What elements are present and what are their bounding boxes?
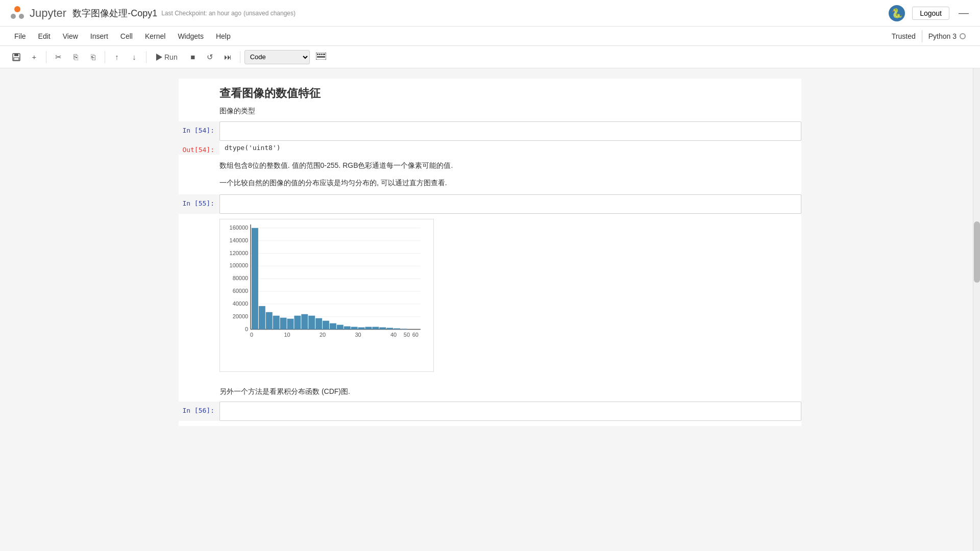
menu-item-cell[interactable]: Cell: [114, 29, 139, 43]
cut-button[interactable]: ✂: [51, 49, 66, 65]
toolbar-separator-4: [240, 51, 240, 63]
svg-text:0: 0: [245, 326, 248, 332]
logout-button[interactable]: Logout: [912, 7, 949, 20]
paste-button[interactable]: ⎗: [85, 49, 101, 65]
scrollbar[interactable]: [973, 68, 980, 551]
add-icon: +: [32, 53, 37, 61]
move-down-button[interactable]: ↓: [127, 49, 142, 65]
svg-text:120000: 120000: [230, 250, 248, 256]
svg-text:0: 0: [250, 332, 253, 338]
cell-56-label: In [56]:: [179, 402, 219, 414]
svg-text:20000: 20000: [233, 313, 248, 319]
bar-15: [358, 328, 365, 330]
histogram-container: 160000 140000 120000 100000 80000 60000 …: [179, 214, 801, 382]
svg-text:50: 50: [404, 332, 410, 338]
section-subheading: 图像的类型: [219, 105, 791, 116]
bar-18: [379, 328, 386, 330]
jupyter-text: Jupyter: [30, 7, 66, 20]
text-block-1-section: 数组包含8位的整数值. 值的范围0-255. RGB色彩通道每一个像素可能的值.…: [179, 155, 801, 194]
add-cell-button[interactable]: +: [27, 49, 42, 65]
minimize-button[interactable]: —: [955, 6, 972, 20]
svg-text:60000: 60000: [233, 288, 248, 294]
stop-button[interactable]: ■: [185, 49, 201, 65]
menu-right: Trusted Python 3: [886, 30, 972, 42]
cut-icon: ✂: [55, 53, 62, 62]
bar-4: [280, 318, 287, 330]
svg-text:30: 30: [355, 332, 361, 338]
menu-item-edit[interactable]: Edit: [32, 29, 57, 43]
move-up-button[interactable]: ↑: [109, 49, 125, 65]
cell-55-input[interactable]: [219, 194, 801, 214]
menu-item-help[interactable]: Help: [210, 29, 237, 43]
cell-type-select[interactable]: Code Markdown Raw NBConvert: [244, 50, 310, 64]
bottom-text: 另外一个方法是看累积分布函数 (CDF)图.: [179, 382, 801, 402]
scrollbar-thumb[interactable]: [974, 221, 980, 283]
toolbar-separator-1: [46, 51, 46, 63]
svg-rect-11: [319, 54, 321, 55]
copy-button[interactable]: ⎘: [68, 49, 83, 65]
markdown-cell-heading: 查看图像的数值特征 图像的类型: [179, 79, 801, 121]
toolbar: + ✂ ⎘ ⎗ ↑ ↓ Run ■ ↺ ⏭ Code Markdown Raw …: [0, 46, 980, 68]
cell-56-section: In [56]:: [179, 402, 801, 426]
bar-8: [308, 316, 315, 330]
svg-rect-12: [321, 54, 323, 55]
menu-item-file[interactable]: File: [8, 29, 32, 43]
svg-text:60: 60: [412, 332, 419, 338]
cell-56-input[interactable]: [219, 402, 801, 421]
restart-icon: ↺: [207, 53, 213, 62]
bar-5: [287, 319, 294, 330]
notebook-title[interactable]: 数字图像处理-Copy1: [72, 7, 157, 19]
bar-9: [315, 318, 322, 330]
bar-17: [372, 327, 379, 330]
stop-icon: ■: [190, 53, 195, 61]
svg-point-0: [14, 6, 20, 12]
bar-2: [266, 312, 273, 330]
menu-item-kernel[interactable]: Kernel: [139, 29, 172, 43]
main-content: 查看图像的数值特征 图像的类型 In [54]: Out[54]: dtype(…: [0, 68, 980, 551]
save-button[interactable]: [8, 49, 24, 65]
svg-text:80000: 80000: [233, 275, 248, 281]
kernel-status-circle: [960, 33, 966, 39]
kernel-info: Python 3: [922, 30, 972, 42]
svg-text:40: 40: [390, 332, 397, 338]
bar-1: [259, 306, 265, 330]
svg-text:10: 10: [284, 332, 290, 338]
jupyter-logo: Jupyter: [8, 4, 66, 22]
bar-12: [337, 325, 344, 330]
cell-54-out-label: Out[54]:: [179, 141, 219, 154]
svg-rect-14: [317, 56, 325, 58]
menu-item-insert[interactable]: Insert: [84, 29, 114, 43]
svg-text:20: 20: [320, 332, 326, 338]
section-heading: 查看图像的数值特征: [219, 86, 791, 101]
svg-text:40000: 40000: [233, 300, 248, 307]
restart-button[interactable]: ↺: [203, 49, 218, 65]
text3: 另外一个方法是看累积分布函数 (CDF)图.: [219, 387, 791, 396]
svg-marker-8: [156, 54, 162, 61]
keyboard-shortcuts-button[interactable]: [312, 49, 330, 65]
cell-54-section: In [54]: Out[54]: dtype('uint8'): [179, 121, 801, 155]
toolbar-separator-3: [146, 51, 146, 63]
menu-item-view[interactable]: View: [57, 29, 84, 43]
run-button[interactable]: Run: [151, 49, 183, 65]
bar-11: [330, 323, 336, 330]
menu-bar: File Edit View Insert Cell Kernel Widget…: [0, 27, 980, 46]
bar-13: [344, 327, 351, 330]
menu-item-widgets[interactable]: Widgets: [172, 29, 210, 43]
bar-10: [323, 321, 329, 330]
bar-16: [365, 327, 372, 330]
chart-area: 160000 140000 120000 100000 80000 60000 …: [219, 219, 791, 372]
histogram-chart: 160000 140000 120000 100000 80000 60000 …: [219, 219, 434, 372]
top-navbar: Jupyter 数字图像处理-Copy1 Last Checkpoint: an…: [0, 0, 980, 27]
cell-54-output-wrapper: Out[54]: dtype('uint8'): [179, 141, 801, 155]
move-up-icon: ↑: [115, 53, 119, 61]
unsaved-changes: (unsaved changes): [243, 10, 296, 17]
cell-54-input[interactable]: [219, 121, 801, 141]
bar-20: [394, 329, 400, 330]
bar-7: [301, 314, 308, 330]
svg-rect-6: [14, 54, 18, 56]
cell-54-output: dtype('uint8'): [219, 141, 801, 155]
fast-forward-button[interactable]: ⏭: [220, 49, 236, 65]
cell-56-wrapper: In [56]:: [179, 402, 801, 421]
cell-55-wrapper: In [55]:: [179, 194, 801, 214]
svg-text:🐍: 🐍: [891, 8, 903, 19]
